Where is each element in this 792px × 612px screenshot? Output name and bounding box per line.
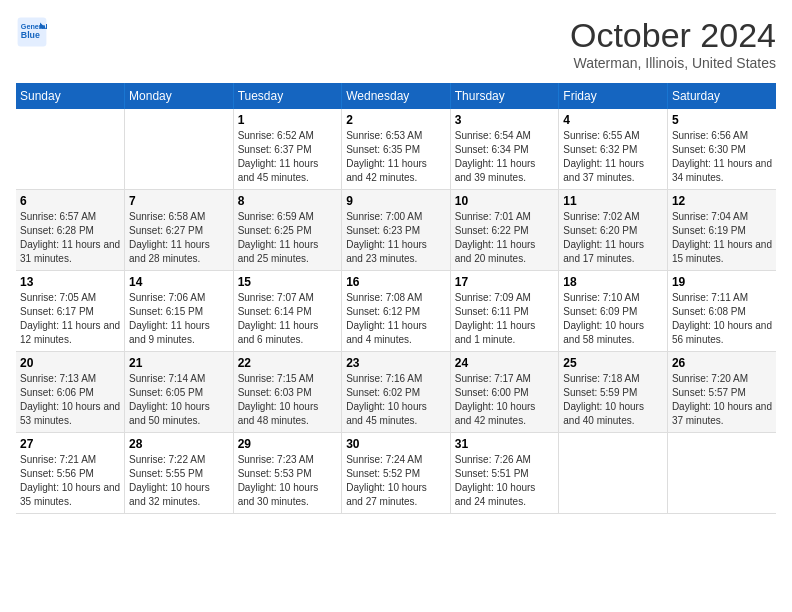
day-info: Sunrise: 6:59 AMSunset: 6:25 PMDaylight:… — [238, 210, 338, 266]
header-day: Saturday — [667, 83, 776, 109]
day-number: 10 — [455, 194, 555, 208]
day-info: Sunrise: 6:58 AMSunset: 6:27 PMDaylight:… — [129, 210, 229, 266]
day-info: Sunrise: 7:00 AMSunset: 6:23 PMDaylight:… — [346, 210, 446, 266]
calendar-day: 19Sunrise: 7:11 AMSunset: 6:08 PMDayligh… — [667, 271, 776, 352]
day-info: Sunrise: 6:52 AMSunset: 6:37 PMDaylight:… — [238, 129, 338, 185]
logo: General Blue — [16, 16, 48, 48]
title-block: October 2024 Waterman, Illinois, United … — [570, 16, 776, 71]
day-number: 2 — [346, 113, 446, 127]
day-info: Sunrise: 7:18 AMSunset: 5:59 PMDaylight:… — [563, 372, 663, 428]
day-number: 28 — [129, 437, 229, 451]
day-info: Sunrise: 7:07 AMSunset: 6:14 PMDaylight:… — [238, 291, 338, 347]
day-number: 11 — [563, 194, 663, 208]
header-day: Sunday — [16, 83, 125, 109]
calendar-week: 1Sunrise: 6:52 AMSunset: 6:37 PMDaylight… — [16, 109, 776, 190]
day-number: 15 — [238, 275, 338, 289]
calendar-day: 23Sunrise: 7:16 AMSunset: 6:02 PMDayligh… — [342, 352, 451, 433]
calendar-day: 17Sunrise: 7:09 AMSunset: 6:11 PMDayligh… — [450, 271, 559, 352]
day-number: 19 — [672, 275, 772, 289]
header-day: Friday — [559, 83, 668, 109]
calendar-day: 18Sunrise: 7:10 AMSunset: 6:09 PMDayligh… — [559, 271, 668, 352]
day-info: Sunrise: 7:24 AMSunset: 5:52 PMDaylight:… — [346, 453, 446, 509]
calendar-day: 12Sunrise: 7:04 AMSunset: 6:19 PMDayligh… — [667, 190, 776, 271]
day-info: Sunrise: 7:14 AMSunset: 6:05 PMDaylight:… — [129, 372, 229, 428]
day-number: 5 — [672, 113, 772, 127]
header-row: SundayMondayTuesdayWednesdayThursdayFrid… — [16, 83, 776, 109]
calendar-day: 8Sunrise: 6:59 AMSunset: 6:25 PMDaylight… — [233, 190, 342, 271]
day-info: Sunrise: 7:16 AMSunset: 6:02 PMDaylight:… — [346, 372, 446, 428]
calendar-day: 25Sunrise: 7:18 AMSunset: 5:59 PMDayligh… — [559, 352, 668, 433]
calendar-day: 1Sunrise: 6:52 AMSunset: 6:37 PMDaylight… — [233, 109, 342, 190]
day-number: 6 — [20, 194, 120, 208]
day-info: Sunrise: 7:26 AMSunset: 5:51 PMDaylight:… — [455, 453, 555, 509]
calendar-day: 11Sunrise: 7:02 AMSunset: 6:20 PMDayligh… — [559, 190, 668, 271]
calendar-day: 7Sunrise: 6:58 AMSunset: 6:27 PMDaylight… — [125, 190, 234, 271]
day-info: Sunrise: 7:06 AMSunset: 6:15 PMDaylight:… — [129, 291, 229, 347]
calendar-day: 28Sunrise: 7:22 AMSunset: 5:55 PMDayligh… — [125, 433, 234, 514]
calendar-body: 1Sunrise: 6:52 AMSunset: 6:37 PMDaylight… — [16, 109, 776, 514]
day-number: 30 — [346, 437, 446, 451]
calendar-day — [559, 433, 668, 514]
header-day: Thursday — [450, 83, 559, 109]
day-info: Sunrise: 7:02 AMSunset: 6:20 PMDaylight:… — [563, 210, 663, 266]
calendar-day: 4Sunrise: 6:55 AMSunset: 6:32 PMDaylight… — [559, 109, 668, 190]
calendar-day: 5Sunrise: 6:56 AMSunset: 6:30 PMDaylight… — [667, 109, 776, 190]
day-number: 29 — [238, 437, 338, 451]
calendar-week: 13Sunrise: 7:05 AMSunset: 6:17 PMDayligh… — [16, 271, 776, 352]
day-info: Sunrise: 7:23 AMSunset: 5:53 PMDaylight:… — [238, 453, 338, 509]
logo-icon: General Blue — [16, 16, 48, 48]
calendar-day: 2Sunrise: 6:53 AMSunset: 6:35 PMDaylight… — [342, 109, 451, 190]
calendar-day: 24Sunrise: 7:17 AMSunset: 6:00 PMDayligh… — [450, 352, 559, 433]
calendar-day — [667, 433, 776, 514]
day-info: Sunrise: 7:05 AMSunset: 6:17 PMDaylight:… — [20, 291, 120, 347]
day-info: Sunrise: 7:21 AMSunset: 5:56 PMDaylight:… — [20, 453, 120, 509]
day-info: Sunrise: 7:09 AMSunset: 6:11 PMDaylight:… — [455, 291, 555, 347]
day-number: 12 — [672, 194, 772, 208]
calendar-day: 26Sunrise: 7:20 AMSunset: 5:57 PMDayligh… — [667, 352, 776, 433]
day-info: Sunrise: 6:57 AMSunset: 6:28 PMDaylight:… — [20, 210, 120, 266]
calendar-week: 6Sunrise: 6:57 AMSunset: 6:28 PMDaylight… — [16, 190, 776, 271]
calendar-week: 20Sunrise: 7:13 AMSunset: 6:06 PMDayligh… — [16, 352, 776, 433]
day-info: Sunrise: 7:13 AMSunset: 6:06 PMDaylight:… — [20, 372, 120, 428]
day-number: 13 — [20, 275, 120, 289]
day-number: 31 — [455, 437, 555, 451]
day-info: Sunrise: 7:11 AMSunset: 6:08 PMDaylight:… — [672, 291, 772, 347]
day-info: Sunrise: 6:53 AMSunset: 6:35 PMDaylight:… — [346, 129, 446, 185]
day-number: 9 — [346, 194, 446, 208]
calendar-day: 15Sunrise: 7:07 AMSunset: 6:14 PMDayligh… — [233, 271, 342, 352]
day-info: Sunrise: 7:08 AMSunset: 6:12 PMDaylight:… — [346, 291, 446, 347]
day-number: 8 — [238, 194, 338, 208]
calendar-header: SundayMondayTuesdayWednesdayThursdayFrid… — [16, 83, 776, 109]
day-number: 3 — [455, 113, 555, 127]
day-number: 23 — [346, 356, 446, 370]
calendar-day: 30Sunrise: 7:24 AMSunset: 5:52 PMDayligh… — [342, 433, 451, 514]
calendar-day: 16Sunrise: 7:08 AMSunset: 6:12 PMDayligh… — [342, 271, 451, 352]
day-number: 14 — [129, 275, 229, 289]
calendar-day: 3Sunrise: 6:54 AMSunset: 6:34 PMDaylight… — [450, 109, 559, 190]
header-day: Wednesday — [342, 83, 451, 109]
location: Waterman, Illinois, United States — [570, 55, 776, 71]
calendar-day: 29Sunrise: 7:23 AMSunset: 5:53 PMDayligh… — [233, 433, 342, 514]
day-info: Sunrise: 7:15 AMSunset: 6:03 PMDaylight:… — [238, 372, 338, 428]
calendar-table: SundayMondayTuesdayWednesdayThursdayFrid… — [16, 83, 776, 514]
day-info: Sunrise: 7:10 AMSunset: 6:09 PMDaylight:… — [563, 291, 663, 347]
calendar-day: 13Sunrise: 7:05 AMSunset: 6:17 PMDayligh… — [16, 271, 125, 352]
day-number: 17 — [455, 275, 555, 289]
calendar-day — [125, 109, 234, 190]
calendar-day: 10Sunrise: 7:01 AMSunset: 6:22 PMDayligh… — [450, 190, 559, 271]
day-number: 18 — [563, 275, 663, 289]
header-day: Tuesday — [233, 83, 342, 109]
calendar-day: 20Sunrise: 7:13 AMSunset: 6:06 PMDayligh… — [16, 352, 125, 433]
day-number: 16 — [346, 275, 446, 289]
day-info: Sunrise: 7:22 AMSunset: 5:55 PMDaylight:… — [129, 453, 229, 509]
day-info: Sunrise: 7:04 AMSunset: 6:19 PMDaylight:… — [672, 210, 772, 266]
day-number: 7 — [129, 194, 229, 208]
calendar-day: 9Sunrise: 7:00 AMSunset: 6:23 PMDaylight… — [342, 190, 451, 271]
page-header: General Blue October 2024 Waterman, Illi… — [16, 16, 776, 71]
calendar-week: 27Sunrise: 7:21 AMSunset: 5:56 PMDayligh… — [16, 433, 776, 514]
day-number: 21 — [129, 356, 229, 370]
day-info: Sunrise: 7:20 AMSunset: 5:57 PMDaylight:… — [672, 372, 772, 428]
month-title: October 2024 — [570, 16, 776, 55]
day-info: Sunrise: 7:01 AMSunset: 6:22 PMDaylight:… — [455, 210, 555, 266]
calendar-day: 14Sunrise: 7:06 AMSunset: 6:15 PMDayligh… — [125, 271, 234, 352]
